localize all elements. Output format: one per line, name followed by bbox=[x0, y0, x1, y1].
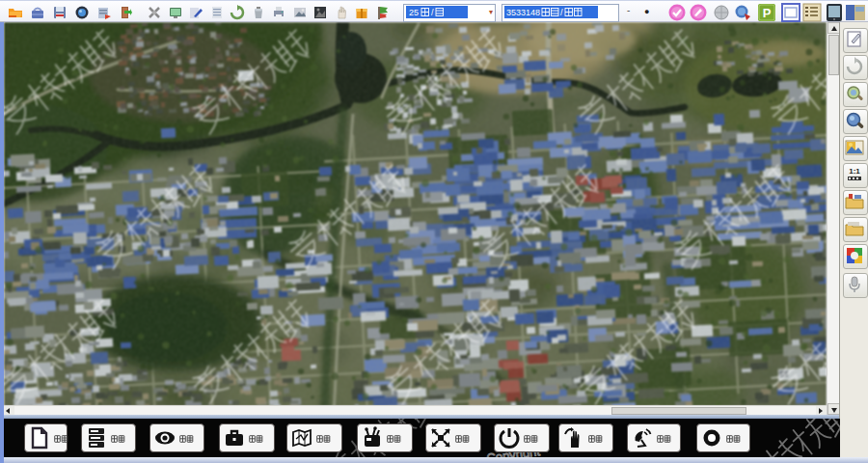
svg-text:25: 25 bbox=[409, 8, 419, 17]
svg-text:/: / bbox=[560, 8, 563, 17]
svg-text:1:1: 1:1 bbox=[849, 167, 860, 176]
svg-text:P: P bbox=[763, 6, 772, 20]
svg-text:/: / bbox=[431, 8, 434, 17]
svg-text:3533148: 3533148 bbox=[506, 8, 540, 17]
